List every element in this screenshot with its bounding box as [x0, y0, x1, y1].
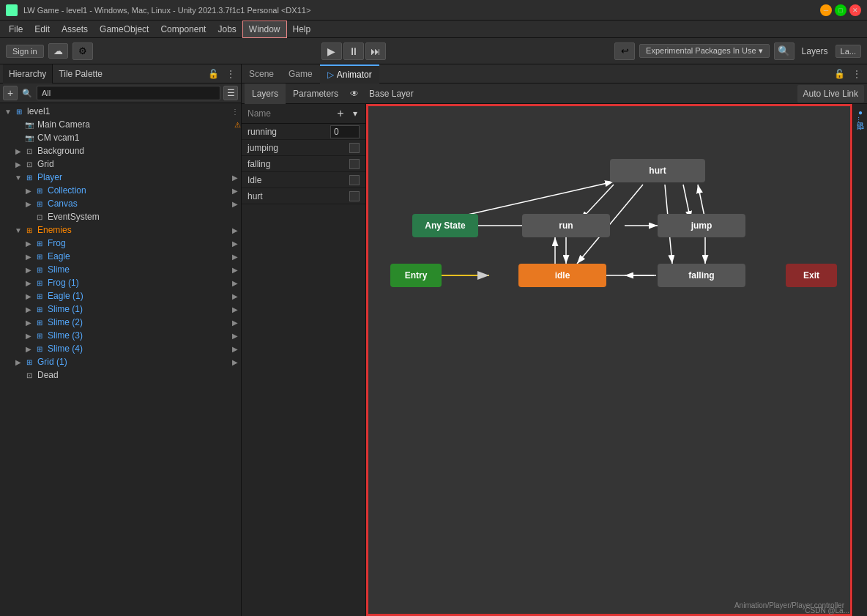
layers-dropdown[interactable]: La... — [836, 45, 861, 58]
tree-item-slime[interactable]: ▶ ⊞ Slime ▶ — [0, 263, 241, 276]
tree-item-dead[interactable]: ⊡ Dead — [0, 368, 241, 382]
animator-split: Name + ▾ running jumping falling — [242, 104, 867, 616]
cloud-button[interactable]: ☁ — [48, 43, 68, 59]
node-entry[interactable]: Entry — [390, 264, 442, 287]
hierarchy-menu-button[interactable]: ⋮ — [223, 67, 238, 81]
hierarchy-search-icon: 🔍 — [22, 89, 32, 98]
hierarchy-filter-button[interactable]: ☰ — [223, 86, 238, 100]
param-menu-button[interactable]: ▾ — [348, 106, 362, 121]
param-falling[interactable]: falling — [242, 156, 365, 172]
add-parameter-button[interactable]: + — [333, 106, 348, 121]
param-running[interactable]: running — [242, 124, 365, 140]
titlebar: LW Game - level1 - Windows, Mac, Linux -… — [0, 0, 867, 21]
param-jumping[interactable]: jumping — [242, 140, 365, 156]
tree-item-frog[interactable]: ▶ ⊞ Frog ▶ — [0, 237, 241, 250]
search-button[interactable]: 🔍 — [774, 42, 795, 60]
arrow-icon: ▶ — [23, 266, 34, 274]
menu-assets[interactable]: Assets — [56, 21, 94, 38]
node-falling[interactable]: falling — [658, 264, 745, 287]
menu-component[interactable]: Component — [155, 21, 212, 38]
param-running-value[interactable] — [330, 125, 360, 138]
tree-item-eagle1[interactable]: ▶ ⊞ Eagle (1) ▶ — [0, 289, 241, 303]
collab-button[interactable]: ⚙ — [72, 42, 93, 60]
play-button[interactable]: ▶ — [321, 42, 342, 60]
hierarchy-add-button[interactable]: + — [3, 86, 18, 100]
expand-arrow-icon: ▶ — [229, 187, 241, 195]
tree-item-slime4[interactable]: ▶ ⊞ Slime (4) ▶ — [0, 342, 241, 355]
menu-file[interactable]: File — [3, 21, 29, 38]
node-run[interactable]: run — [522, 214, 610, 237]
step-button[interactable]: ⏭ — [365, 42, 386, 60]
param-idle-checkbox[interactable] — [349, 175, 360, 185]
cube-icon4: ⊡ — [34, 211, 45, 223]
tree-item-grid1[interactable]: ▶ ⊞ Grid (1) ▶ — [0, 355, 241, 368]
menu-edit[interactable]: Edit — [29, 21, 56, 38]
tree-item-collection[interactable]: ▶ ⊞ Collection ▶ — [0, 184, 241, 197]
menu-jobs[interactable]: Jobs — [212, 21, 242, 38]
close-button[interactable]: ✕ — [849, 4, 861, 16]
cube-icon15: ⊡ — [23, 369, 35, 381]
node-hurt[interactable]: hurt — [610, 159, 705, 182]
tree-label-frog1: Frog (1) — [48, 278, 229, 288]
maximize-button[interactable]: □ — [835, 4, 846, 16]
camera-icon: 📷 — [23, 119, 35, 130]
menu-help[interactable]: Help — [287, 21, 317, 38]
tree-item-slime3[interactable]: ▶ ⊞ Slime (3) ▶ — [0, 329, 241, 342]
center-tab-controls: 🔓 ⋮ — [832, 67, 867, 81]
run-label: run — [559, 220, 573, 231]
tree-item-background[interactable]: ▶ ⊡ Background — [0, 144, 241, 157]
hierarchy-search-input[interactable] — [37, 86, 220, 100]
node-jump[interactable]: jump — [658, 214, 745, 237]
eye-button[interactable]: 👁 — [346, 85, 363, 103]
tree-item-frog1[interactable]: ▶ ⊞ Frog (1) ▶ — [0, 276, 241, 289]
tab-scene[interactable]: Scene — [242, 64, 281, 84]
tab-hierarchy[interactable]: Hierarchy — [3, 64, 53, 84]
tree-item-enemies[interactable]: ▼ ⊞ Enemies ▶ — [0, 223, 241, 237]
tab-animator[interactable]: ▷ Animator — [320, 64, 379, 84]
center-menu-button[interactable]: ⋮ — [849, 67, 864, 81]
node-exit[interactable]: Exit — [786, 264, 837, 287]
node-any-state[interactable]: Any State — [412, 214, 478, 237]
tree-item-canvas[interactable]: ▶ ⊞ Canvas ▶ — [0, 197, 241, 210]
param-falling-checkbox[interactable] — [349, 159, 360, 169]
tree-item-slime2[interactable]: ▶ ⊞ Slime (2) ▶ — [0, 316, 241, 329]
arrow-icon: ▶ — [23, 279, 34, 287]
tree-item-main-camera[interactable]: 📷 Main Camera ⚠ — [0, 118, 241, 131]
tree-item-level1[interactable]: ▼ ⊞ level1 ⋮ — [0, 105, 241, 118]
tree-item-grid[interactable]: ▶ ⊡ Grid — [0, 157, 241, 171]
expand-arrow-icon: ▶ — [229, 345, 241, 353]
arrow-icon: ▶ — [13, 147, 23, 155]
tab-tile-palette[interactable]: Tile Palette — [53, 64, 108, 84]
minimize-button[interactable]: ─ — [820, 4, 832, 16]
tree-item-eagle[interactable]: ▶ ⊞ Eagle ▶ — [0, 250, 241, 263]
tab-game[interactable]: Game — [281, 64, 320, 84]
undo-button[interactable]: ↩ — [614, 42, 635, 60]
param-hurt[interactable]: hurt — [242, 188, 365, 204]
center-lock-button[interactable]: 🔓 — [832, 67, 846, 81]
sign-in-button[interactable]: Sign in — [6, 45, 44, 58]
cube-blue-icon11: ⊞ — [34, 316, 45, 328]
tree-item-slime1[interactable]: ▶ ⊞ Slime (1) ▶ — [0, 303, 241, 316]
pause-button[interactable]: ⏸ — [343, 42, 364, 60]
node-idle[interactable]: idle — [518, 264, 606, 287]
auto-live-link-button[interactable]: Auto Live Link — [797, 85, 864, 103]
menu-gameobject[interactable]: GameObject — [94, 21, 155, 38]
param-hurt-checkbox[interactable] — [349, 191, 360, 201]
arrow-icon: ▶ — [23, 240, 34, 248]
tree-label-canvas: Canvas — [48, 198, 229, 209]
right-strip: ●已添... — [852, 104, 867, 616]
hierarchy-lock-button[interactable]: 🔓 — [206, 67, 220, 81]
param-idle[interactable]: Idle — [242, 172, 365, 188]
base-layer-button[interactable]: Base Layer — [363, 89, 420, 99]
anim-tab-layers[interactable]: Layers — [245, 84, 286, 104]
arrow-icon: ▼ — [13, 174, 23, 182]
experimental-packages-button[interactable]: Experimental Packages In Use ▾ — [639, 44, 769, 58]
tree-item-player[interactable]: ▼ ⊞ Player ▶ — [0, 171, 241, 184]
menu-window[interactable]: Window — [242, 21, 287, 38]
hierarchy-toolbar: + 🔍 ☰ — [0, 84, 241, 103]
tree-item-eventsystem[interactable]: ⊡ EventSystem — [0, 210, 241, 223]
animator-graph[interactable]: Any State Entry Exit idle run — [366, 104, 852, 616]
param-jumping-checkbox[interactable] — [349, 143, 360, 153]
tree-item-cm-vcam1[interactable]: 📷 CM vcam1 — [0, 131, 241, 144]
anim-tab-parameters[interactable]: Parameters — [286, 84, 346, 104]
